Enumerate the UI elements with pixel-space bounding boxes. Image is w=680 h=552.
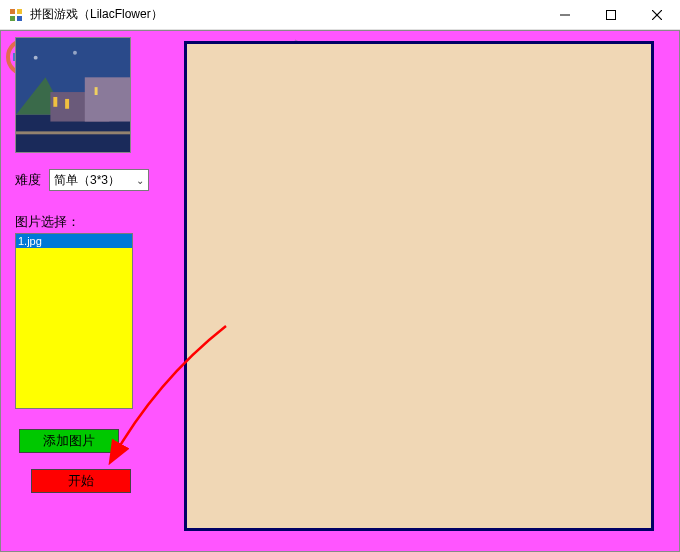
maximize-button[interactable] bbox=[588, 0, 634, 29]
side-panel: 难度 简单（3*3） ⌄ 图片选择： 1.jpg 添加图片 开始 bbox=[15, 37, 160, 493]
add-picture-button[interactable]: 添加图片 bbox=[19, 429, 119, 453]
window-title: 拼图游戏（LilacFlower） bbox=[30, 6, 542, 23]
difficulty-label: 难度 bbox=[15, 171, 41, 189]
svg-point-17 bbox=[73, 51, 77, 55]
difficulty-select[interactable]: 简单（3*3） ⌄ bbox=[49, 169, 149, 191]
svg-rect-2 bbox=[10, 16, 15, 21]
title-bar: 拼图游戏（LilacFlower） bbox=[0, 0, 680, 30]
game-board bbox=[184, 41, 654, 531]
svg-rect-15 bbox=[85, 77, 130, 121]
svg-rect-19 bbox=[53, 97, 57, 107]
picture-select-label: 图片选择： bbox=[15, 213, 160, 231]
close-button[interactable] bbox=[634, 0, 680, 29]
start-label: 开始 bbox=[68, 472, 94, 490]
svg-rect-18 bbox=[16, 131, 130, 134]
svg-rect-21 bbox=[95, 87, 98, 95]
svg-rect-1 bbox=[17, 9, 22, 14]
svg-rect-20 bbox=[65, 99, 69, 109]
svg-point-16 bbox=[34, 56, 38, 60]
start-button[interactable]: 开始 bbox=[31, 469, 131, 493]
list-item[interactable]: 1.jpg bbox=[16, 234, 132, 248]
svg-rect-5 bbox=[607, 10, 616, 19]
add-picture-label: 添加图片 bbox=[43, 432, 95, 450]
close-icon bbox=[652, 10, 662, 20]
difficulty-row: 难度 简单（3*3） ⌄ bbox=[15, 169, 160, 191]
maximize-icon bbox=[606, 10, 616, 20]
picture-listbox[interactable]: 1.jpg bbox=[15, 233, 133, 409]
svg-rect-3 bbox=[17, 16, 22, 21]
client-area: 河东软件园 www.pc0359.cn 难度 简单（3*3） bbox=[0, 30, 680, 552]
svg-rect-0 bbox=[10, 9, 15, 14]
minimize-button[interactable] bbox=[542, 0, 588, 29]
preview-image bbox=[15, 37, 131, 153]
app-icon bbox=[8, 7, 24, 23]
window-controls bbox=[542, 0, 680, 29]
minimize-icon bbox=[560, 10, 570, 20]
